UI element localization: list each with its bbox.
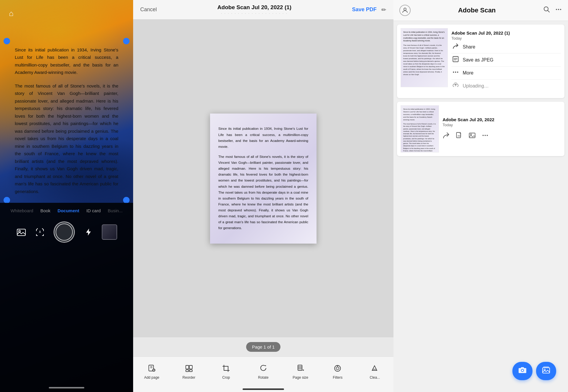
document-title-area: Adobe Scan Jul 20, 2022 (1) · · · · · · … bbox=[217, 4, 291, 15]
user-avatar[interactable] bbox=[399, 5, 411, 16]
svg-point-28 bbox=[558, 9, 559, 10]
search-icon[interactable] bbox=[543, 6, 550, 15]
gallery-fab-button[interactable] bbox=[536, 362, 556, 380]
svg-point-34 bbox=[453, 72, 454, 73]
rotate-label: Rotate bbox=[258, 375, 268, 380]
second-scan-info: Adobe Scan Jul 20, 2022 Today PDF bbox=[443, 117, 561, 141]
toolbar-rotate[interactable]: Rotate bbox=[253, 365, 274, 380]
gallery-fab-icon bbox=[542, 366, 550, 376]
second-scan-date: Today bbox=[443, 123, 561, 127]
second-scan-card[interactable]: Since its initial publication in 1934, I… bbox=[397, 102, 564, 156]
camera-bottom-bar: Whiteboard Book Document ID card Busin..… bbox=[0, 203, 133, 392]
more-options-icon[interactable] bbox=[555, 6, 562, 15]
app-title: Adobe Scan bbox=[458, 7, 496, 14]
save-jpeg-action[interactable]: Save as JPEG bbox=[451, 54, 561, 67]
flash-button[interactable] bbox=[83, 227, 94, 237]
reorder-icon bbox=[185, 365, 193, 374]
svg-point-41 bbox=[483, 135, 484, 136]
svg-rect-12 bbox=[186, 370, 189, 372]
first-scan-date: Today bbox=[451, 36, 561, 41]
crop-handle-bottom-right[interactable] bbox=[123, 197, 130, 203]
cancel-button[interactable]: Cancel bbox=[140, 7, 157, 13]
title-dots: · · · · · · · · · · · · · · · · · · · · bbox=[221, 12, 288, 15]
home-icon[interactable]: ⌂ bbox=[9, 9, 14, 18]
second-scan-thumbnail: Since its initial publication in 1934, I… bbox=[401, 105, 439, 153]
clean-icon bbox=[371, 365, 379, 374]
svg-rect-39 bbox=[469, 133, 475, 138]
second-pdf-icon[interactable]: PDF bbox=[456, 132, 463, 141]
svg-rect-10 bbox=[186, 365, 189, 369]
last-capture-thumbnail[interactable] bbox=[102, 224, 117, 240]
page-size-icon bbox=[297, 365, 304, 374]
page-indicator: Page 1 of 1 bbox=[246, 342, 281, 352]
svg-rect-13 bbox=[189, 370, 192, 372]
svg-point-29 bbox=[560, 9, 561, 10]
scan-text-overlay: Since its initial publication in 1934, I… bbox=[9, 38, 124, 203]
crop-handle-top-left[interactable] bbox=[4, 38, 10, 44]
more-dots-icon bbox=[451, 69, 460, 77]
fab-container bbox=[512, 362, 556, 380]
crop-label: Crop bbox=[222, 375, 230, 380]
toolbar-crop[interactable]: Crop bbox=[216, 365, 236, 380]
document-text: Since its initial publication in 1934, I… bbox=[210, 117, 317, 240]
svg-rect-47 bbox=[543, 367, 549, 368]
gallery-button[interactable] bbox=[16, 227, 27, 237]
editor-toolbar: Add page Reorder Crop bbox=[133, 357, 393, 386]
svg-marker-3 bbox=[86, 229, 91, 236]
toolbar-reorder[interactable]: Reorder bbox=[179, 365, 199, 380]
mode-document[interactable]: Document bbox=[58, 208, 79, 213]
svg-point-24 bbox=[404, 8, 406, 10]
save-jpeg-label: Save as JPEG bbox=[463, 57, 493, 63]
document-editor-panel: Cancel Adobe Scan Jul 20, 2022 (1) · · ·… bbox=[133, 0, 393, 392]
svg-point-42 bbox=[485, 135, 486, 136]
save-pdf-button[interactable]: Save PDF bbox=[352, 7, 377, 13]
svg-point-45 bbox=[522, 370, 523, 371]
mode-business[interactable]: Busin... bbox=[108, 208, 122, 213]
adobe-scan-panel: Adobe Scan Since its initial publi bbox=[393, 0, 568, 392]
more-action[interactable]: More bbox=[451, 67, 561, 80]
reorder-label: Reorder bbox=[183, 375, 195, 380]
cloud-upload-icon bbox=[451, 82, 460, 90]
svg-rect-0 bbox=[17, 229, 25, 236]
add-page-label: Add page bbox=[144, 375, 159, 380]
svg-marker-15 bbox=[265, 365, 266, 366]
clean-label: Clea... bbox=[370, 375, 380, 380]
scan-mode-selector: Whiteboard Book Document ID card Busin..… bbox=[0, 203, 133, 216]
second-thumbnail-text: Since its initial publication in 1934, I… bbox=[401, 106, 439, 153]
editor-header: Cancel Adobe Scan Jul 20, 2022 (1) · · ·… bbox=[133, 0, 393, 20]
filters-label: Filters bbox=[333, 375, 343, 380]
toolbar-add-page[interactable]: Add page bbox=[141, 365, 162, 380]
toolbar-filters[interactable]: Filters bbox=[327, 365, 348, 380]
first-scan-card[interactable]: Since its initial publication in 1934, I… bbox=[397, 25, 564, 98]
mode-whiteboard[interactable]: Whiteboard bbox=[11, 208, 33, 213]
svg-rect-46 bbox=[543, 368, 550, 373]
toolbar-clean[interactable]: Clea... bbox=[364, 365, 385, 380]
auto-scan-button[interactable]: A bbox=[35, 227, 45, 237]
crop-handle-bottom-left[interactable] bbox=[4, 197, 10, 203]
svg-line-26 bbox=[548, 10, 549, 12]
share-icon bbox=[451, 43, 460, 51]
second-more-icon[interactable] bbox=[482, 132, 489, 141]
second-share-icon[interactable] bbox=[443, 132, 450, 141]
toolbar-page-size[interactable]: Page size bbox=[290, 365, 311, 380]
document-title: Adobe Scan Jul 20, 2022 (1) bbox=[217, 4, 291, 11]
crop-icon bbox=[222, 365, 230, 374]
scan-paragraph-1: Since its initial publication in 1934, I… bbox=[15, 46, 118, 76]
uploading-status: Uploading… bbox=[451, 80, 561, 92]
second-image-icon[interactable] bbox=[469, 132, 476, 141]
svg-point-36 bbox=[457, 72, 458, 73]
document-page: Since its initial publication in 1934, I… bbox=[210, 114, 317, 244]
crop-handle-top-right[interactable] bbox=[123, 38, 130, 44]
mode-book[interactable]: Book bbox=[40, 208, 50, 213]
doc-paragraph-1: Since its initial publication in 1934, I… bbox=[218, 126, 308, 150]
home-indicator bbox=[49, 387, 84, 388]
edit-title-icon[interactable]: ✏ bbox=[381, 6, 386, 13]
uploading-label: Uploading… bbox=[463, 83, 489, 89]
shutter-button[interactable] bbox=[54, 221, 75, 243]
mode-idcard[interactable]: ID card bbox=[86, 208, 101, 213]
camera-fab-button[interactable] bbox=[512, 362, 532, 380]
svg-point-35 bbox=[455, 72, 456, 73]
add-page-icon bbox=[148, 365, 156, 374]
doc-paragraph-2: The most famous of all of Stone's novels… bbox=[218, 154, 308, 231]
share-action[interactable]: Share bbox=[451, 41, 561, 54]
